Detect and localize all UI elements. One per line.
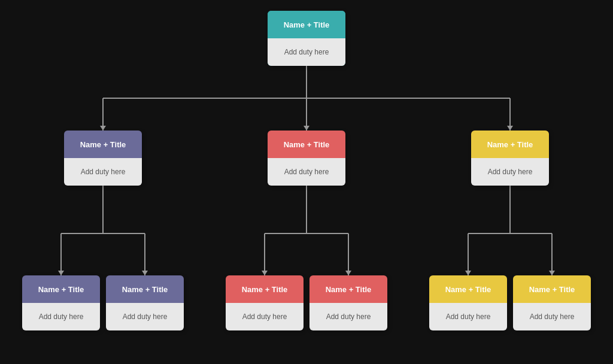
node-right-duty: Add duty here xyxy=(488,168,533,176)
node-rr-duty: Add duty here xyxy=(530,313,575,321)
node-right-header: Name + Title xyxy=(471,131,549,158)
node-rr-body: Add duty here xyxy=(513,303,591,330)
node-rr[interactable]: Name + Title Add duty here xyxy=(513,275,591,330)
node-cr-label: Name + Title xyxy=(326,285,372,294)
node-rr-label: Name + Title xyxy=(529,285,575,294)
node-lr-label: Name + Title xyxy=(122,285,168,294)
node-cl[interactable]: Name + Title Add duty here xyxy=(226,275,304,330)
node-ll-duty: Add duty here xyxy=(39,313,84,321)
node-center[interactable]: Name + Title Add duty here xyxy=(268,131,345,186)
node-lr[interactable]: Name + Title Add duty here xyxy=(106,275,184,330)
node-left-duty: Add duty here xyxy=(81,168,126,176)
node-rl-body: Add duty here xyxy=(429,303,507,330)
node-cl-duty: Add duty here xyxy=(242,313,287,321)
node-center-duty: Add duty here xyxy=(284,168,329,176)
node-root[interactable]: Name + Title Add duty here xyxy=(268,11,345,66)
node-left-label: Name + Title xyxy=(80,140,126,149)
nodes-layer: Name + Title Add duty here Name + Title … xyxy=(0,0,613,364)
node-cl-label: Name + Title xyxy=(242,285,288,294)
node-root-duty: Add duty here xyxy=(284,48,329,56)
node-lr-body: Add duty here xyxy=(106,303,184,330)
node-cl-body: Add duty here xyxy=(226,303,304,330)
node-left[interactable]: Name + Title Add duty here xyxy=(64,131,142,186)
node-ll-body: Add duty here xyxy=(22,303,100,330)
node-cr-body: Add duty here xyxy=(309,303,387,330)
node-ll-header: Name + Title xyxy=(22,275,100,303)
node-center-header: Name + Title xyxy=(268,131,345,158)
node-root-label: Name + Title xyxy=(284,20,330,29)
node-cl-header: Name + Title xyxy=(226,275,304,303)
node-ll-label: Name + Title xyxy=(38,285,84,294)
node-lr-duty: Add duty here xyxy=(123,313,168,321)
node-lr-header: Name + Title xyxy=(106,275,184,303)
node-rl-duty: Add duty here xyxy=(446,313,491,321)
node-left-header: Name + Title xyxy=(64,131,142,158)
node-root-body: Add duty here xyxy=(268,38,345,66)
node-center-body: Add duty here xyxy=(268,158,345,186)
org-chart: Name + Title Add duty here Name + Title … xyxy=(0,0,613,364)
node-rl-label: Name + Title xyxy=(445,285,491,294)
node-rr-header: Name + Title xyxy=(513,275,591,303)
node-rl[interactable]: Name + Title Add duty here xyxy=(429,275,507,330)
node-left-body: Add duty here xyxy=(64,158,142,186)
node-right[interactable]: Name + Title Add duty here xyxy=(471,131,549,186)
node-right-body: Add duty here xyxy=(471,158,549,186)
node-root-header: Name + Title xyxy=(268,11,345,38)
node-center-label: Name + Title xyxy=(284,140,330,149)
node-right-label: Name + Title xyxy=(487,140,533,149)
node-cr-duty: Add duty here xyxy=(326,313,371,321)
node-ll[interactable]: Name + Title Add duty here xyxy=(22,275,100,330)
node-cr[interactable]: Name + Title Add duty here xyxy=(309,275,387,330)
node-rl-header: Name + Title xyxy=(429,275,507,303)
node-cr-header: Name + Title xyxy=(309,275,387,303)
